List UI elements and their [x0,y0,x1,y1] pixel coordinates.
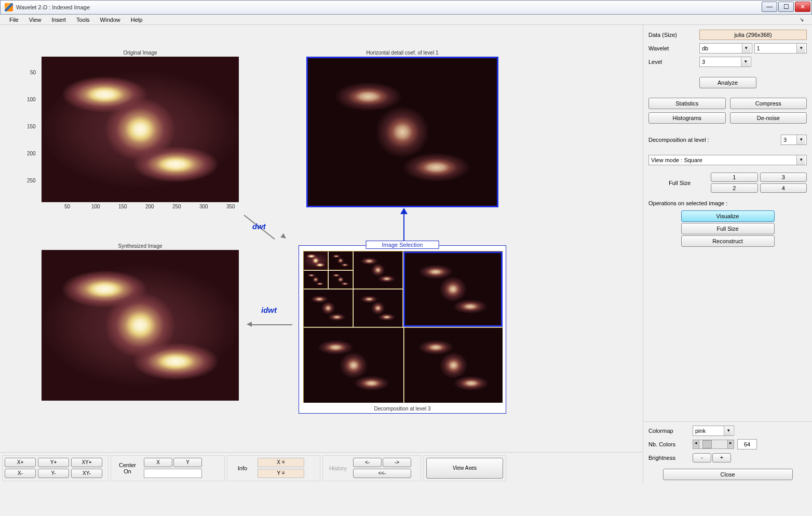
image-selection-panel: Image Selection Decomposition at level 3 [299,245,506,414]
window-title: Wavelet 2-D : Indexed Image [16,4,90,10]
menubar: File View Insert Tools Window Help ↘ [0,15,812,25]
menu-overflow-icon[interactable]: ↘ [794,17,809,22]
compress-button[interactable]: Compress [730,98,807,109]
wavelet-num-select[interactable]: 1 [754,43,807,54]
statistics-button[interactable]: Statistics [648,98,726,109]
bottom-toolbar: X+ X- Y+ Y- XY+ XY- Center On [0,452,643,483]
original-image[interactable] [42,57,239,202]
visualize-button[interactable]: Visualize [681,210,775,222]
info-group: Info X = Y = [227,455,320,481]
zoom-xminus-button[interactable]: X- [5,469,36,478]
menu-window[interactable]: Window [95,17,126,23]
menu-help[interactable]: Help [126,17,148,23]
original-title: Original Image [42,50,239,56]
decomp-h1[interactable] [403,252,503,327]
center-input[interactable] [144,469,202,478]
ops-label: Operations on selected image : [648,200,807,206]
menu-file[interactable]: File [4,17,24,23]
analyze-button[interactable]: Analyze [699,77,756,88]
history-group: History <- -> <<- [322,455,421,481]
decomp-h3[interactable] [329,252,353,270]
fullsize-op-button[interactable]: Full Size [681,223,775,234]
colormap-block: Colormap pink Nb. Colors ◂ ▸ 64 Brightne… [643,421,812,483]
center-label: Center [113,462,142,468]
fullsize-3-button[interactable]: 3 [760,173,807,182]
decomp-approx3[interactable] [304,252,328,270]
maximize-button[interactable]: ☐ [778,2,794,12]
nbcolors-label: Nb. Colors [648,441,693,447]
history-fwd-button[interactable]: -> [383,458,411,467]
denoise-button[interactable]: De-noise [730,112,807,124]
wavelet-family-select[interactable]: db [699,43,752,54]
decomp-h2[interactable] [354,252,403,289]
detail-image[interactable] [306,57,498,207]
center-group: Center On X Y [111,455,225,481]
zoom-xyminus-button[interactable]: XY- [71,469,102,478]
center-x-button[interactable]: X [144,458,172,467]
menu-tools[interactable]: Tools [71,17,95,23]
detail-title: Horizontal detail coef. of level 1 [306,50,498,56]
dwt-label: dwt [252,222,266,231]
titlebar: Wavelet 2-D : Indexed Image — ☐ ✕ [0,0,812,15]
synth-title: Synthesized Image [42,243,239,249]
view-mode-select[interactable]: View mode : Square [648,155,807,165]
synthesized-image[interactable] [42,250,239,401]
decomp-v2[interactable] [304,289,353,327]
fullsize-1-button[interactable]: 1 [711,173,758,182]
image-selection-tab: Image Selection [366,241,439,249]
dwt-arrow: dwt [244,209,286,241]
decomp-d3[interactable] [329,271,353,289]
zoom-yplus-button[interactable]: Y+ [38,458,69,467]
detail-coef-axes: Horizontal detail coef. of level 1 [306,50,498,208]
reconstruct-button[interactable]: Reconstruct [681,235,775,247]
close-button[interactable]: ✕ [795,2,810,12]
original-image-axes: Original Image 50 100 150 200 250 50 100… [42,50,239,214]
decomp-d2[interactable] [354,289,403,327]
wavelet-label: Wavelet [648,45,699,51]
nbcolors-slider[interactable]: ◂ ▸ [693,440,734,449]
decomp-level-select[interactable]: 3 [781,135,807,145]
decomp-v1[interactable] [304,327,403,403]
control-panel: Data (Size) julia (296x368) Wavelet db 1… [643,25,812,483]
viewaxes-group: View Axes [423,455,506,481]
level-label: Level [648,59,699,65]
minimize-button[interactable]: — [762,2,777,12]
fullsize-4-button[interactable]: 4 [760,183,807,193]
zoom-group: X+ X- Y+ Y- XY+ XY- [2,455,109,481]
menu-insert[interactable]: Insert [46,17,71,23]
zoom-yminus-button[interactable]: Y- [38,469,69,478]
idwt-label: idwt [261,306,277,314]
decomp-caption: Decomposition at level 3 [299,406,506,412]
idwt-arrow: idwt [247,317,293,333]
level-select[interactable]: 3 [699,57,751,67]
app-icon [5,3,13,11]
brightness-minus-button[interactable]: - [693,453,711,462]
histograms-button[interactable]: Histograms [648,112,726,124]
nbcolors-value[interactable]: 64 [737,439,757,449]
decomposition-grid[interactable] [303,251,503,403]
view-axes-button[interactable]: View Axes [426,458,503,479]
info-label: Info [229,465,255,471]
info-x: X = [258,458,304,467]
history-back-button[interactable]: <- [353,458,382,467]
fullsize-label: Full Size [648,180,711,186]
history-label: History [325,465,351,471]
colormap-label: Colormap [648,428,693,434]
selection-to-detail-arrow [399,208,409,242]
data-label: Data (Size) [648,32,699,38]
zoom-xyplus-button[interactable]: XY+ [71,458,102,467]
brightness-label: Brightness [648,455,693,461]
colormap-select[interactable]: pink [693,426,734,436]
decomp-v3[interactable] [304,271,328,289]
zoom-xplus-button[interactable]: X+ [5,458,36,467]
figure-area: Original Image 50 100 150 200 250 50 100… [0,25,643,483]
on-label: On [113,468,142,474]
fullsize-2-button[interactable]: 2 [711,183,758,193]
close-panel-button[interactable]: Close [663,469,793,480]
decomp-level-label: Decomposition at level : [648,137,781,143]
menu-view[interactable]: View [24,17,47,23]
brightness-plus-button[interactable]: + [712,453,731,462]
center-y-button[interactable]: Y [173,458,202,467]
decomp-d1[interactable] [404,327,503,403]
history-rewind-button[interactable]: <<- [353,469,411,478]
